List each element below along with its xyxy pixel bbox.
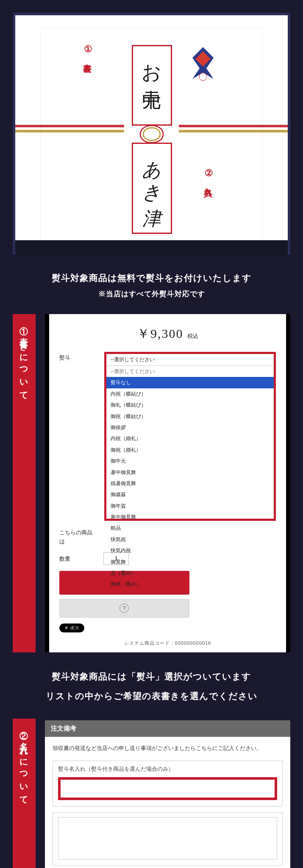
- caption-line-1: 熨斗対象商品は無料で熨斗をお付けいたします: [13, 269, 290, 287]
- sec1-caption-l2: リストの中からご希望の表書きを選んでください: [13, 686, 290, 706]
- help-button[interactable]: ?: [59, 599, 189, 618]
- share-pill-row: ✕ ポス: [59, 624, 276, 632]
- caption-line-2: ※当店はすべて外熨斗対応です: [13, 287, 290, 301]
- remarks-field-box: [53, 812, 283, 866]
- noshi-select-row: 熨斗 --選択してください --選択してください熨斗なし内祝（蝶結び）御礼（蝶結…: [59, 352, 276, 521]
- annotation-2: ② 名入れ: [203, 168, 215, 194]
- naire-text: あき津: [139, 144, 164, 196]
- question-icon: ?: [120, 604, 129, 613]
- naire-field-label: 熨斗名入れ（熨斗付き商品を選んだ場合のみ）: [58, 765, 277, 773]
- noshi-option[interactable]: 内祝（蝶結び）: [106, 388, 274, 399]
- annotation-2-number: ②: [203, 168, 215, 180]
- noshi-option[interactable]: 御挨拶: [106, 422, 274, 433]
- x-post-pill[interactable]: ✕ ポス: [59, 624, 84, 632]
- noshi-option[interactable]: 御供（黒白）: [106, 579, 274, 590]
- section-1-caption: 熨斗対象商品には「熨斗」選択がついています リストの中からご希望の表書きを選んで…: [13, 667, 290, 706]
- annotation-1-label: 表書き: [82, 58, 92, 67]
- noshi-option[interactable]: 御中元: [106, 455, 274, 466]
- x-post-label: ポス: [70, 625, 79, 631]
- syscode-label: システム商品コード：: [124, 640, 175, 646]
- noshi-option-list: --選択してください熨斗なし内祝（蝶結び）御礼（蝶結び）御祝（蝶結び）御挨拶内祝…: [106, 366, 274, 519]
- section-1-tab-label: ①表書きについて: [19, 320, 30, 398]
- section-naire: ②名入れについて 注文備考 領収書の発送など当店への申し送り事項がございましたら…: [13, 719, 290, 868]
- order-notes-header: 注文備考: [45, 720, 290, 737]
- price-value: ￥9,300: [137, 326, 183, 340]
- noshi-option[interactable]: 御歳暮: [106, 489, 274, 500]
- order-notes-text: 領収書の発送など当店への申し送り事項がございましたらこちらにご記入ください。: [53, 744, 283, 753]
- annotation-2-label: 名入れ: [203, 182, 213, 191]
- naire-box: あき津: [132, 143, 172, 234]
- section-omotegaki: ①表書きについて ￥9,300 税込 熨斗 --選択してください --選択してく…: [13, 314, 290, 652]
- omotegaki-text: お中元: [139, 46, 165, 78]
- noshi-option[interactable]: 快気祝: [106, 534, 274, 545]
- noshi-option[interactable]: 粗品: [106, 522, 274, 534]
- noshi-option[interactable]: 御祝（婚礼）: [106, 444, 274, 455]
- noshi-illustration: お中元 あき津 ① 表書き ② 名入れ: [13, 13, 290, 255]
- syscode-value: 000000000016: [175, 640, 211, 646]
- order-notes-panel: 注文備考 領収書の発送など当店への申し送り事項がございましたらこちらにご記入くだ…: [45, 720, 290, 868]
- order-notes-body: 領収書の発送など当店への申し送り事項がございましたらこちらにご記入ください。 熨…: [45, 737, 290, 868]
- noshi-select[interactable]: --選択してください --選択してください熨斗なし内祝（蝶結び）御礼（蝶結び）御…: [104, 352, 276, 521]
- annotation-1: ① 表書き: [82, 44, 94, 70]
- system-code: システム商品コード：000000000016: [59, 640, 276, 646]
- section-1-tab: ①表書きについて: [13, 314, 36, 652]
- noshi-option[interactable]: 御見舞: [106, 556, 274, 567]
- noshi-option[interactable]: 残暑御見舞: [106, 478, 274, 489]
- noshi-option[interactable]: 志（黒白）: [106, 567, 274, 579]
- omotegaki-box: お中元: [132, 45, 172, 126]
- noshi-ornament: [190, 47, 216, 98]
- svg-point-2: [199, 73, 207, 81]
- noshi-option[interactable]: 快気内祝: [106, 545, 274, 556]
- noshi-label: 熨斗: [59, 352, 97, 362]
- section-2-tab-label: ②名入れについて: [19, 725, 30, 802]
- product-note-label: こちらの商品は: [59, 527, 97, 546]
- x-icon: ✕: [64, 625, 68, 631]
- top-caption: 熨斗対象商品は無料で熨斗をお付けいたします ※当店はすべて外熨斗対応です: [13, 269, 290, 301]
- section-2-tab: ②名入れについて: [13, 719, 36, 868]
- noshi-option[interactable]: 御祝（蝶結び）: [106, 411, 274, 422]
- sec1-caption-l1: 熨斗対象商品には「熨斗」選択がついています: [13, 667, 290, 686]
- naire-input[interactable]: [58, 777, 277, 800]
- quantity-label: 数量: [59, 553, 97, 564]
- noshi-option[interactable]: 熨斗なし: [106, 377, 274, 388]
- noshi-option[interactable]: 内祝（婚礼）: [106, 433, 274, 444]
- noshi-option[interactable]: 御年賀: [106, 500, 274, 511]
- naire-field-box: 熨斗名入れ（熨斗付き商品を選んだ場合のみ）: [53, 761, 283, 806]
- noshi-option[interactable]: --選択してください: [106, 366, 274, 377]
- noshi-select-head: --選択してください: [106, 354, 274, 366]
- remarks-input[interactable]: [58, 817, 277, 860]
- price-row: ￥9,300 税込: [59, 325, 276, 343]
- product-panel: ￥9,300 税込 熨斗 --選択してください --選択してください熨斗なし内祝…: [45, 314, 290, 652]
- noshi-option[interactable]: 寒中御見舞: [106, 511, 274, 522]
- noshi-shadow-strip: [15, 240, 288, 256]
- annotation-1-number: ①: [82, 44, 94, 56]
- noshi-option[interactable]: 御礼（蝶結び）: [106, 399, 274, 410]
- noshi-option[interactable]: 暑中御見舞: [106, 467, 274, 478]
- taxin-label: 税込: [187, 333, 198, 339]
